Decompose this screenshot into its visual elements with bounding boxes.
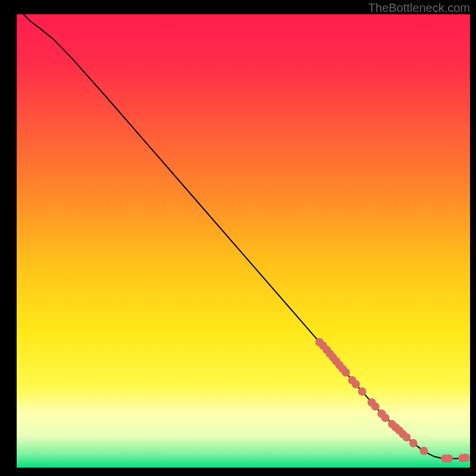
data-marker — [402, 433, 411, 441]
data-marker — [352, 380, 360, 389]
chart-svg — [17, 14, 470, 468]
data-marker — [461, 453, 469, 462]
data-marker — [342, 368, 350, 377]
data-marker — [444, 455, 453, 463]
chart-container: TheBottleneck.com — [0, 0, 476, 476]
data-marker — [371, 402, 380, 411]
gradient-background — [17, 14, 470, 468]
data-marker — [358, 387, 367, 396]
plot-area — [17, 14, 470, 468]
data-marker — [419, 447, 428, 455]
data-marker — [381, 414, 390, 422]
watermark-label: TheBottleneck.com — [368, 1, 470, 15]
data-marker — [409, 439, 418, 447]
